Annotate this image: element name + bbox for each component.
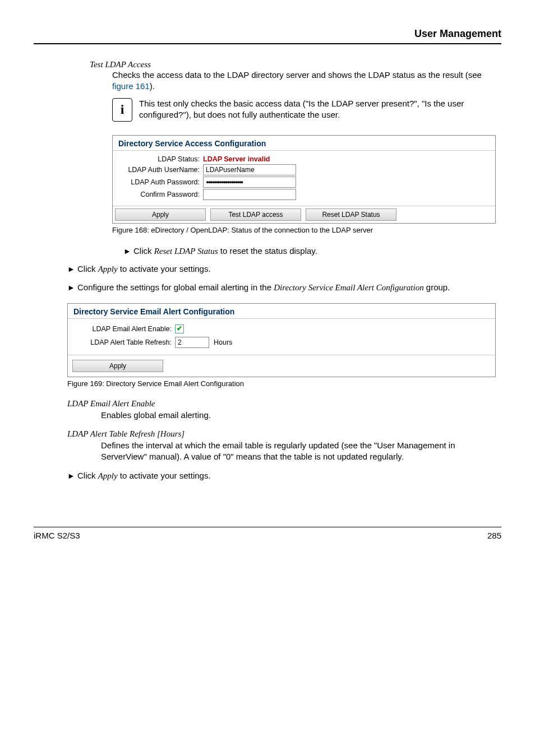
ldap-confirm-label: Confirm Password: xyxy=(118,191,203,198)
info-note: i This test only checks the basic access… xyxy=(112,98,490,122)
ldap-pass-label: LDAP Auth Password: xyxy=(118,178,203,186)
info-text: This test only checks the basic access d… xyxy=(139,98,490,121)
fig169-title: Directory Service Email Alert Configurat… xyxy=(68,304,495,317)
configure-email-text: Configure the settings for global email … xyxy=(77,282,450,293)
figure-link[interactable]: figure 161 xyxy=(112,81,150,91)
def-ldap-refresh-body: Defines the interval at which the email … xyxy=(101,440,496,463)
page-footer: iRMC S2/S3 285 xyxy=(34,527,501,540)
click-reset-text: Click Reset LDAP Status to reset the sta… xyxy=(133,245,317,257)
page-header: User Management xyxy=(34,28,501,44)
figure-169-panel: Directory Service Email Alert Configurat… xyxy=(67,303,496,377)
term-test-ldap: Test LDAP Access xyxy=(90,60,496,69)
bullet-icon: ► xyxy=(67,263,77,275)
bullet-icon: ► xyxy=(123,245,133,257)
def-ldap-email-enable-body: Enables global email alerting. xyxy=(101,410,496,421)
footer-right: 285 xyxy=(487,531,501,540)
apply-button[interactable]: Apply xyxy=(115,208,206,221)
bullet-icon: ► xyxy=(67,282,77,294)
refresh-input[interactable]: 2 xyxy=(175,337,209,348)
ldap-status-value: LDAP Server invalid xyxy=(203,155,270,163)
def-ldap-refresh: LDAP Alert Table Refresh [Hours] xyxy=(67,429,501,439)
figure-168-panel: Directory Service Access Configuration L… xyxy=(112,135,496,224)
ldap-status-label: LDAP Status: xyxy=(118,155,203,163)
ldap-pass-input[interactable]: ●●●●●●●●●●●●●●●●●●● xyxy=(203,177,296,188)
reset-ldap-button[interactable]: Reset LDAP Status xyxy=(306,208,396,221)
refresh-label: LDAP Alert Table Refresh: xyxy=(73,338,175,346)
click-apply-final: Click Apply to activate your settings. xyxy=(77,470,211,481)
fig168-title: Directory Service Access Configuration xyxy=(113,136,495,149)
footer-left: iRMC S2/S3 xyxy=(34,531,80,540)
test-ldap-button[interactable]: Test LDAP access xyxy=(210,208,301,221)
header-title: User Management xyxy=(414,28,501,39)
ldap-confirm-input[interactable] xyxy=(203,189,296,200)
email-enable-label: LDAP Email Alert Enable: xyxy=(73,325,175,333)
body-test-ldap: Checks the access data to the LDAP direc… xyxy=(112,69,496,92)
info-icon: i xyxy=(112,98,132,122)
click-apply-text: Click Apply to activate your settings. xyxy=(77,263,211,275)
fig168-caption: Figure 168: eDirectory / OpenLDAP: Statu… xyxy=(112,226,501,234)
def-ldap-email-enable: LDAP Email Alert Enable xyxy=(67,399,501,409)
apply-button-2[interactable]: Apply xyxy=(72,360,163,372)
bullet-icon: ► xyxy=(67,470,77,482)
email-enable-checkbox[interactable]: ✔ xyxy=(175,324,184,333)
ldap-user-label: LDAP Auth UserName: xyxy=(118,166,203,174)
fig169-caption: Figure 169: Directory Service Email Aler… xyxy=(67,379,501,388)
ldap-user-input[interactable]: LDAPuserName xyxy=(203,164,296,175)
refresh-unit: Hours xyxy=(214,338,232,346)
